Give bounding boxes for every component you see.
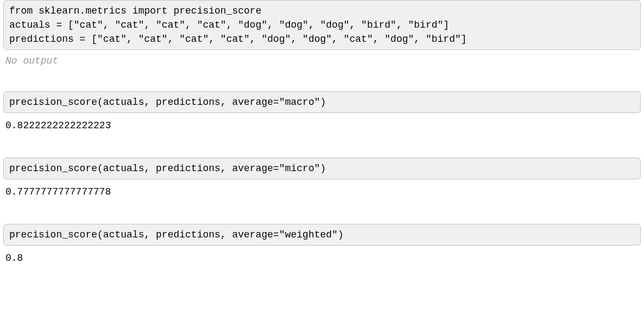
code-text: precision_score(actuals, predictions, av… — [9, 97, 326, 108]
cell-spacer — [0, 199, 644, 224]
code-text: from sklearn.metrics import precision_sc… — [9, 5, 467, 45]
no-output-label: No output — [0, 50, 644, 66]
cell-spacer — [0, 133, 644, 158]
code-text: precision_score(actuals, predictions, av… — [9, 163, 326, 174]
output-text: 0.8 — [0, 246, 644, 265]
code-cell[interactable]: precision_score(actuals, predictions, av… — [3, 158, 641, 179]
output-text: 0.7777777777777778 — [0, 179, 644, 199]
code-cell[interactable]: from sklearn.metrics import precision_sc… — [3, 0, 641, 50]
code-cell[interactable]: precision_score(actuals, predictions, av… — [3, 91, 641, 113]
code-text: precision_score(actuals, predictions, av… — [9, 229, 344, 240]
output-text: 0.8222222222222223 — [0, 113, 644, 133]
code-cell[interactable]: precision_score(actuals, predictions, av… — [3, 224, 641, 246]
cell-spacer — [0, 66, 644, 91]
notebook-cells: from sklearn.metrics import precision_sc… — [0, 0, 644, 265]
